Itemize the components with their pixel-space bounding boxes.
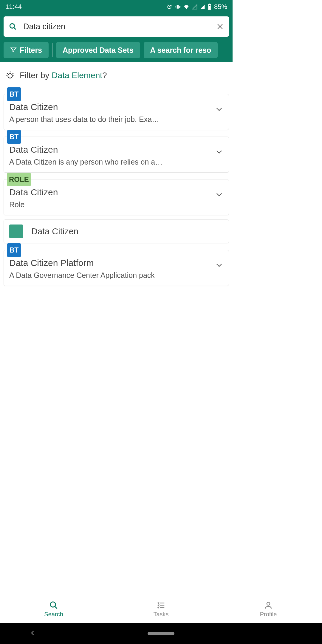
vibrate-icon <box>175 4 181 10</box>
suggest-link[interactable]: Data Element <box>52 71 102 80</box>
result-item: BT Data Citizen A Data Citizen is any pe… <box>0 137 233 173</box>
result-card[interactable]: Data Citizen Platform A Data Governance … <box>4 250 229 286</box>
chip-divider <box>52 43 52 57</box>
battery-icon <box>208 4 212 10</box>
chevron-down-icon[interactable] <box>215 190 223 200</box>
filters-label: Filters <box>20 46 42 55</box>
type-badge-bt: BT <box>7 243 21 257</box>
search-box[interactable] <box>4 16 229 37</box>
lightbulb-icon <box>5 70 16 81</box>
svg-line-8 <box>13 73 13 74</box>
suggest-prefix: Filter by <box>20 71 52 80</box>
alarm-icon <box>166 4 172 10</box>
result-title: Data Citizen <box>9 187 215 197</box>
search-icon <box>9 23 17 30</box>
result-card[interactable]: Data Citizen A person that uses data to … <box>4 94 229 130</box>
filter-suggestion[interactable]: Filter by Data Element? <box>0 70 233 87</box>
status-icons: 85% <box>166 3 227 11</box>
result-description: A person that uses data to do their job.… <box>9 115 188 124</box>
chip-search-resources[interactable]: A search for reso <box>144 42 218 58</box>
svg-point-5 <box>8 74 13 78</box>
svg-rect-0 <box>209 6 210 10</box>
svg-line-2 <box>14 27 16 30</box>
result-title: Data Citizen Platform <box>9 258 215 268</box>
chevron-down-icon[interactable] <box>215 105 223 114</box>
community-icon <box>9 225 23 238</box>
signal-icon <box>192 4 197 10</box>
signal-icon-2 <box>200 4 205 10</box>
result-title: Data Citizen <box>9 102 215 112</box>
chevron-down-icon[interactable] <box>215 261 223 270</box>
battery-percent: 85% <box>214 3 227 11</box>
result-card[interactable]: Data Citizen A Data Citizen is any perso… <box>4 137 229 173</box>
status-time: 11:44 <box>5 3 22 11</box>
wifi-icon <box>183 4 190 10</box>
result-description: Role <box>9 200 188 209</box>
svg-line-7 <box>7 73 8 74</box>
chip-approved-data-sets[interactable]: Approved Data Sets <box>56 42 140 58</box>
result-item: BT Data Citizen Platform A Data Governan… <box>0 250 233 286</box>
search-input[interactable] <box>23 22 210 31</box>
search-results: Filter by Data Element? BT Data Citizen … <box>0 62 233 417</box>
app-header: Filters Approved Data Sets A search for … <box>0 13 233 62</box>
clear-icon[interactable] <box>216 23 224 30</box>
status-bar: 11:44 85% <box>0 0 233 13</box>
result-item: Data Citizen <box>0 219 233 243</box>
suggest-suffix: ? <box>102 71 107 80</box>
result-title: Data Citizen <box>31 227 78 236</box>
chevron-down-icon[interactable] <box>215 148 223 157</box>
result-item: BT Data Citizen A person that uses data … <box>0 94 233 130</box>
result-description: A Data Citizen is any person who relies … <box>9 158 188 166</box>
type-badge-bt: BT <box>7 130 21 144</box>
filters-button[interactable]: Filters <box>4 42 49 58</box>
svg-point-1 <box>10 24 14 28</box>
type-badge-role: ROLE <box>7 173 31 186</box>
result-title: Data Citizen <box>9 145 215 155</box>
type-badge-bt: BT <box>7 87 21 101</box>
result-description: A Data Governance Center Application pac… <box>9 271 188 280</box>
result-card[interactable]: Data Citizen Role <box>4 179 229 215</box>
result-item: ROLE Data Citizen Role <box>0 179 233 215</box>
result-card[interactable]: Data Citizen <box>4 219 229 243</box>
filter-chip-row: Filters Approved Data Sets A search for … <box>4 42 229 58</box>
